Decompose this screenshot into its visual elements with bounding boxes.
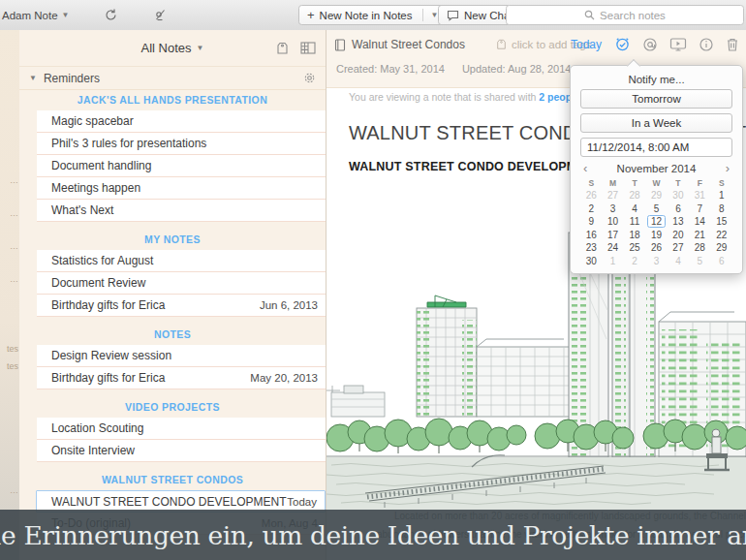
notify-week-button[interactable]: In a Week bbox=[580, 113, 732, 133]
note-item-title: Birthday gifts for Erica bbox=[37, 371, 250, 385]
alarm-clock-icon[interactable] bbox=[614, 37, 631, 52]
calendar-day[interactable]: 13 bbox=[668, 216, 689, 227]
calendar-day-number: 29 bbox=[716, 242, 727, 253]
weekday-label: W bbox=[645, 178, 667, 188]
cropped-text-fragment: … bbox=[10, 175, 18, 185]
calendar-day[interactable]: 26 bbox=[645, 242, 667, 253]
calendar-day[interactable]: 8 bbox=[711, 203, 732, 214]
note-body-heading[interactable]: WALNUT STREET CONDO DEVELOPMENT bbox=[349, 160, 602, 173]
calendar-day[interactable]: 16 bbox=[580, 230, 602, 240]
calendar-day[interactable]: 30 bbox=[668, 190, 689, 201]
note-list-item[interactable]: Design Review session bbox=[37, 345, 326, 367]
calendar-day[interactable]: 3 bbox=[645, 256, 667, 266]
calendar-day[interactable]: 4 bbox=[624, 203, 645, 214]
calendar-day[interactable]: 5 bbox=[645, 203, 667, 214]
calendar-day[interactable]: 6 bbox=[668, 203, 689, 214]
trash-icon[interactable] bbox=[726, 37, 739, 52]
calendar-day[interactable]: 29 bbox=[645, 190, 667, 201]
section-header[interactable]: JACK'S ALL HANDS PRESENTATION bbox=[19, 90, 326, 110]
calendar-day[interactable]: 4 bbox=[668, 256, 689, 266]
calendar-day[interactable]: 31 bbox=[689, 190, 710, 201]
calendar-weekday-row: SMTWTFS bbox=[580, 176, 732, 189]
section-header[interactable]: VIDEO PROJECTS bbox=[19, 389, 326, 418]
calendar-day[interactable]: 14 bbox=[689, 216, 710, 227]
calendar-day-number: 5 bbox=[654, 203, 660, 214]
calendar-day[interactable]: 1 bbox=[711, 190, 732, 201]
calendar-day[interactable]: 26 bbox=[580, 190, 602, 201]
calendar-day[interactable]: 2 bbox=[580, 203, 602, 214]
info-icon[interactable] bbox=[699, 37, 714, 52]
section-header[interactable]: MY NOTES bbox=[19, 222, 326, 250]
calendar-day[interactable]: 17 bbox=[602, 230, 623, 240]
calendar-day[interactable]: 25 bbox=[624, 242, 645, 253]
calendar-day[interactable]: 19 bbox=[645, 230, 667, 240]
calendar-day-number: 16 bbox=[586, 230, 597, 240]
calendar-day[interactable]: 10 bbox=[602, 216, 623, 227]
calendar-day[interactable]: 28 bbox=[689, 242, 710, 253]
calendar-prev-icon[interactable]: ‹ bbox=[580, 163, 590, 174]
account-menu[interactable]: Adam Note ▼ bbox=[2, 10, 69, 21]
note-list-item[interactable]: Magic spacebar bbox=[37, 110, 326, 133]
share-icon[interactable] bbox=[642, 37, 658, 52]
calendar-day[interactable]: 2 bbox=[624, 256, 645, 266]
calendar-day[interactable]: 9 bbox=[580, 216, 602, 227]
calendar-next-icon[interactable]: › bbox=[723, 163, 732, 174]
calendar-day[interactable]: 29 bbox=[711, 242, 732, 253]
calendar-day-number: 21 bbox=[695, 230, 705, 240]
reminders-group-row[interactable]: ▼ Reminders bbox=[19, 67, 326, 90]
notebook-name[interactable]: Walnut Street Condos bbox=[352, 38, 465, 51]
note-item-title: What's Next bbox=[37, 203, 326, 217]
reminder-date-input[interactable]: 11/12/2014, 8:00 AM bbox=[580, 138, 732, 157]
calendar-day[interactable]: 12 bbox=[645, 216, 667, 227]
gear-icon[interactable] bbox=[303, 72, 316, 84]
view-options-icon[interactable] bbox=[300, 42, 316, 54]
note-list-item[interactable]: Meetings happen bbox=[37, 177, 326, 200]
calendar-day[interactable]: 3 bbox=[602, 203, 623, 214]
calendar-day[interactable]: 27 bbox=[668, 242, 689, 253]
calendar-day-number: 9 bbox=[588, 216, 594, 227]
note-list-item[interactable]: Birthday gifts for EricaMay 20, 2013 bbox=[37, 367, 326, 389]
calendar-day-number: 19 bbox=[651, 230, 662, 240]
note-list-item[interactable]: What's Next bbox=[37, 200, 326, 222]
article-caption-overlay: le Erinnerungen ein, um deine Ideen und … bbox=[0, 510, 746, 560]
chevron-down-icon: ▼ bbox=[197, 44, 204, 52]
reminder-due-label[interactable]: Today bbox=[571, 38, 602, 51]
calendar-day[interactable]: 1 bbox=[602, 256, 623, 266]
note-list-item[interactable]: Birthday gifts for EricaJun 6, 2013 bbox=[37, 295, 326, 317]
note-list-item[interactable]: Document Review bbox=[37, 272, 326, 295]
sync-icon[interactable] bbox=[104, 8, 118, 22]
cropped-text-fragment: … bbox=[10, 485, 18, 495]
calendar-day[interactable]: 24 bbox=[602, 242, 623, 253]
section-header[interactable]: WALNUT STREET CONDOS bbox=[19, 462, 326, 490]
calendar-day[interactable]: 30 bbox=[580, 256, 602, 266]
new-note-button[interactable]: + New Note in Notes ▼ bbox=[298, 5, 447, 25]
note-list-item[interactable]: Location Scouting bbox=[37, 418, 326, 440]
note-item-title: Location Scouting bbox=[37, 421, 326, 435]
calendar-day-number: 5 bbox=[698, 256, 703, 266]
calendar-day[interactable]: 27 bbox=[602, 190, 623, 201]
note-list-item[interactable]: Onsite Interview bbox=[37, 440, 326, 462]
calendar-day[interactable]: 18 bbox=[624, 230, 645, 240]
section-header[interactable]: NOTES bbox=[19, 317, 326, 345]
calendar-day[interactable]: 21 bbox=[689, 230, 710, 240]
present-icon[interactable] bbox=[669, 37, 687, 52]
presenter-slash-icon[interactable] bbox=[153, 8, 168, 22]
notify-tomorrow-button[interactable]: Tomorrow bbox=[580, 89, 732, 109]
calendar-day[interactable]: 11 bbox=[624, 216, 645, 227]
note-item-title: Design Review session bbox=[37, 349, 326, 362]
calendar-day[interactable]: 22 bbox=[711, 230, 732, 240]
note-list-item[interactable]: Document handling bbox=[37, 155, 326, 177]
calendar-day[interactable]: 5 bbox=[689, 256, 710, 266]
calendar-day[interactable]: 28 bbox=[624, 190, 645, 201]
calendar-day[interactable]: 6 bbox=[711, 256, 732, 266]
note-list-item[interactable]: Phil's 3 rules for presentations bbox=[37, 133, 326, 155]
calendar-day[interactable]: 15 bbox=[711, 216, 732, 227]
disclosure-triangle-icon[interactable]: ▼ bbox=[29, 74, 37, 82]
all-notes-dropdown[interactable]: All Notes ▼ bbox=[141, 41, 204, 55]
calendar-day[interactable]: 23 bbox=[580, 242, 602, 253]
calendar-day[interactable]: 20 bbox=[668, 230, 689, 240]
note-list-item[interactable]: Statistics for August bbox=[37, 250, 326, 272]
search-input[interactable]: Search notes bbox=[506, 5, 744, 25]
tag-icon[interactable] bbox=[276, 42, 289, 55]
calendar-day[interactable]: 7 bbox=[689, 203, 710, 214]
